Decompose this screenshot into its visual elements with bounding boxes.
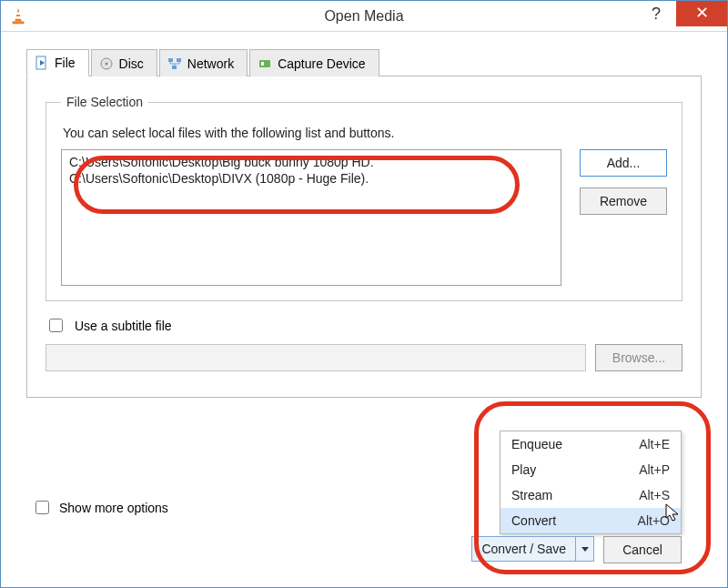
convert-save-dropdown-arrow[interactable] [576,536,594,562]
subtitle-checkbox[interactable] [49,319,63,332]
bottom-button-row: Convert / Save Cancel [471,536,682,563]
browse-button: Browse... [595,344,682,371]
menu-item-shortcut: Alt+E [639,437,670,451]
menu-item-label: Convert [511,513,556,528]
tab-file[interactable]: File [26,49,89,76]
capture-icon [258,56,272,71]
svg-rect-3 [13,21,25,24]
disc-icon [99,56,114,71]
menu-item-label: Enqueue [511,437,562,451]
tab-network-label: Network [187,56,234,71]
file-list[interactable]: C:\Users\Softonic\Desktop\Big buck bunny… [61,149,561,286]
file-item[interactable]: C:\Users\Softonic\Desktop\Big buck bunny… [69,154,553,170]
menu-item-shortcut: Alt+S [639,488,670,502]
svg-rect-11 [259,60,270,67]
svg-rect-9 [177,58,181,62]
convert-save-button[interactable]: Convert / Save [471,536,576,562]
file-panel: File Selection You can select local file… [26,76,702,398]
convert-dropdown-menu: Enqueue Alt+E Play Alt+P Stream Alt+S Co… [500,431,682,534]
file-selection-legend: File Selection [61,95,148,109]
svg-point-7 [105,62,107,65]
add-button[interactable]: Add... [580,149,667,177]
cancel-button[interactable]: Cancel [603,536,682,563]
menu-item-label: Stream [511,488,552,502]
menu-item-label: Play [511,462,536,477]
tab-network[interactable]: Network [159,49,248,76]
file-play-icon [35,56,49,70]
tab-disc[interactable]: Disc [91,49,157,76]
convert-save-split-button[interactable]: Convert / Save [471,536,594,563]
open-media-window: Open Media ? ✕ File Disc Network Capture… [0,0,728,588]
menu-item-stream[interactable]: Stream Alt+S [500,482,681,508]
svg-rect-10 [172,66,177,69]
help-button[interactable]: ? [638,1,674,26]
file-list-buttons: Add... Remove [580,149,667,215]
svg-rect-2 [15,16,21,19]
network-icon [167,56,182,71]
menu-item-shortcut: Alt+P [639,462,670,477]
show-more-checkbox[interactable] [35,501,49,514]
subtitle-path-field [46,344,586,371]
svg-rect-1 [15,12,21,15]
chevron-down-icon [581,547,589,552]
tab-disc-label: Disc [119,56,144,71]
remove-button[interactable]: Remove [580,188,667,215]
source-tabs: File Disc Network Capture Device [26,48,702,76]
menu-item-convert[interactable]: Convert Alt+O [500,508,681,533]
subtitle-label: Use a subtitle file [75,319,172,333]
window-title: Open Media [1,8,727,25]
show-more-label: Show more options [59,501,168,515]
menu-item-enqueue[interactable]: Enqueue Alt+E [500,431,681,457]
tab-capture[interactable]: Capture Device [249,49,379,76]
svg-rect-8 [168,58,173,62]
titlebar: Open Media ? ✕ [1,1,727,32]
svg-marker-13 [581,547,589,552]
tab-capture-label: Capture Device [278,56,366,71]
file-selection-hint: You can select local files with the foll… [63,126,667,140]
vlc-cone-icon [8,6,28,26]
file-item[interactable]: C:\Users\Softonic\Desktop\DIVX (1080p - … [69,170,553,187]
subtitle-row: Use a subtitle file [46,316,682,335]
svg-rect-12 [261,62,264,66]
tab-file-label: File [55,56,76,70]
menu-item-play[interactable]: Play Alt+P [500,457,681,482]
close-button[interactable]: ✕ [676,1,727,26]
file-selection-group: File Selection You can select local file… [46,95,682,301]
menu-item-shortcut: Alt+O [638,513,670,528]
